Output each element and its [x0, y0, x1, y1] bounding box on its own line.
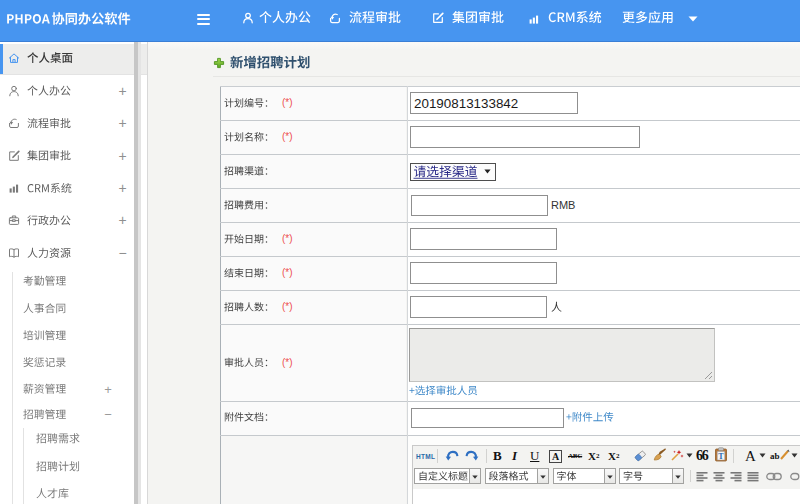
svg-text:T: T — [718, 452, 724, 461]
